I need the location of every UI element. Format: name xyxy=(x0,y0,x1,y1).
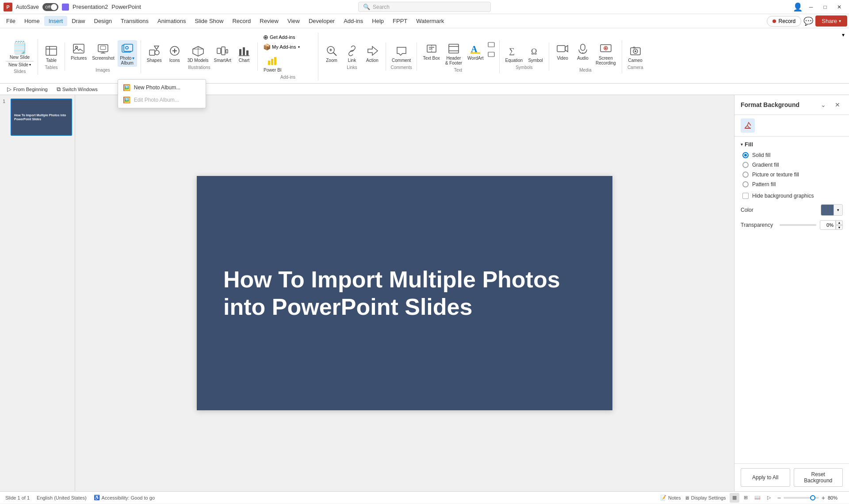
close-button[interactable]: ✕ xyxy=(833,2,845,12)
menu-record[interactable]: Record xyxy=(228,16,255,26)
zoom-button[interactable]: Zoom xyxy=(322,42,341,64)
menu-developer[interactable]: Developer xyxy=(304,16,339,26)
fill-icon-button[interactable] xyxy=(741,118,755,133)
pictures-button[interactable]: Pictures xyxy=(69,40,89,62)
symbol-button[interactable]: Ω Symbol xyxy=(526,42,545,64)
menu-draw[interactable]: Draw xyxy=(67,16,89,26)
icons-button[interactable]: Icons xyxy=(165,42,184,64)
transparency-input[interactable] xyxy=(820,220,836,230)
header-footer-button[interactable]: Header& Footer xyxy=(443,40,464,67)
switch-windows-button[interactable]: ⧉ Switch Windows xyxy=(53,85,101,94)
video-button[interactable]: Video xyxy=(553,40,572,62)
transparency-down-button[interactable]: ▼ xyxy=(836,225,843,230)
menu-transitions[interactable]: Transitions xyxy=(116,16,153,26)
slideshow-view-button[interactable]: ▷ xyxy=(764,493,774,503)
share-button[interactable]: Share ▾ xyxy=(815,15,847,27)
menu-view[interactable]: View xyxy=(283,16,304,26)
photo-album-button[interactable]: Photo ▾ Album 🖼️ New Photo Album... 🖼️ E… xyxy=(118,40,137,67)
autosave-toggle[interactable]: Off xyxy=(42,3,58,11)
chart-button[interactable]: Chart xyxy=(234,42,254,64)
record-button[interactable]: Record xyxy=(767,16,802,27)
shapes-label: Shapes xyxy=(147,58,162,63)
notes-label: Notes xyxy=(668,495,681,500)
slide-canvas[interactable]: How To Import Multiple Photos into Power… xyxy=(197,176,612,410)
ribbon-expand-button[interactable]: ▾ xyxy=(839,30,847,40)
fill-section-header[interactable]: ▾ Fill xyxy=(741,141,843,148)
menu-help[interactable]: Help xyxy=(367,16,388,26)
profile-icon[interactable]: 👤 xyxy=(794,4,801,11)
reading-view-button[interactable]: 📖 xyxy=(753,493,762,503)
smartart-button[interactable]: SmartArt xyxy=(212,42,233,64)
transparency-label: Transparency xyxy=(741,222,776,228)
get-addins-button[interactable]: ⊕ Get Add-ins xyxy=(261,33,314,42)
screenshot-button[interactable]: Screenshot xyxy=(90,40,117,62)
table-button[interactable]: Table xyxy=(42,42,61,64)
text-extra-btn2[interactable] xyxy=(487,50,496,59)
equation-icon: ∑ xyxy=(507,44,521,58)
power-bi-button[interactable]: Power BI xyxy=(261,52,284,74)
edit-album-icon: 🖼️ xyxy=(123,96,130,103)
text-box-button[interactable]: Text Box xyxy=(421,40,442,62)
reset-background-button[interactable]: Reset Background xyxy=(794,468,843,487)
transparency-up-button[interactable]: ▲ xyxy=(836,220,843,225)
menu-file[interactable]: File xyxy=(2,16,20,26)
zoom-out-button[interactable]: − xyxy=(777,494,781,501)
minimize-button[interactable]: ─ xyxy=(805,2,817,12)
edit-photo-album-item[interactable]: 🖼️ Edit Photo Album... xyxy=(118,94,206,106)
display-settings-button[interactable]: 🖥 Display Settings xyxy=(685,495,726,500)
new-slide-dropdown[interactable]: New Slide ▾ xyxy=(6,61,34,68)
zoom-in-button[interactable]: + xyxy=(822,494,825,501)
text-extra-btn1[interactable] xyxy=(487,40,496,49)
screen-recording-button[interactable]: ScreenRecording xyxy=(593,40,618,67)
maximize-button[interactable]: □ xyxy=(819,2,831,12)
apply-to-all-button[interactable]: Apply to All xyxy=(741,468,790,487)
menu-animations[interactable]: Animations xyxy=(153,16,190,26)
menu-slideshow[interactable]: Slide Show xyxy=(190,16,228,26)
notes-button[interactable]: 📝 Notes xyxy=(660,495,681,500)
menu-design[interactable]: Design xyxy=(90,16,116,26)
hide-graphics-checkbox[interactable]: Hide background graphics xyxy=(742,193,843,199)
audio-button[interactable]: Audio xyxy=(573,40,593,62)
menu-watermark[interactable]: Watermark xyxy=(412,16,448,26)
color-chevron-icon[interactable]: ▾ xyxy=(834,205,842,215)
search-box[interactable]: 🔍 Search xyxy=(358,2,491,12)
menu-fppt[interactable]: FPPT xyxy=(388,16,412,26)
action-button[interactable]: Action xyxy=(363,42,382,64)
pattern-fill-radio[interactable]: Pattern fill xyxy=(742,181,843,187)
wordart-button[interactable]: A WordArt xyxy=(465,40,486,62)
cameo-button[interactable]: Cameo xyxy=(626,42,645,64)
symbols-group-label: Symbols xyxy=(516,65,532,71)
shapes-button[interactable]: Shapes xyxy=(145,42,164,64)
picture-texture-fill-radio[interactable]: Picture or texture fill xyxy=(742,172,843,178)
titlebar-left: P AutoSave Off Presentation2 PowerPoint xyxy=(4,3,214,11)
comment-button[interactable]: Comment xyxy=(390,42,413,64)
get-addins-label: Get Add-ins xyxy=(270,34,295,40)
my-addins-button[interactable]: 📦 My Add-ins ▾ xyxy=(261,42,314,51)
slide-thumbnail-1[interactable]: How To Import Multiple Photos into Power… xyxy=(11,99,72,136)
normal-view-button[interactable]: ▦ xyxy=(730,493,739,503)
equation-button[interactable]: ∑ Equation xyxy=(503,42,525,64)
new-photo-album-item[interactable]: 🖼️ New Photo Album... xyxy=(118,81,206,94)
color-picker-button[interactable]: ▾ xyxy=(821,204,843,216)
menu-insert[interactable]: Insert xyxy=(44,16,68,26)
from-beginning-button[interactable]: ▷ From Beginning xyxy=(4,85,51,93)
new-slide-button[interactable]: 🗒️ New Slide New Slide ▾ xyxy=(5,39,34,68)
panel-collapse-button[interactable]: ⌄ xyxy=(818,99,829,110)
menu-home[interactable]: Home xyxy=(20,16,44,26)
accessibility-button[interactable]: ♿ Accessibility: Good to go xyxy=(94,495,155,500)
link-button[interactable]: Link xyxy=(342,42,362,64)
menu-addins[interactable]: Add-ins xyxy=(339,16,367,26)
gradient-fill-radio[interactable]: Gradient fill xyxy=(742,162,843,168)
solid-fill-radio[interactable]: Solid fill xyxy=(742,152,843,158)
new-slide-label: New Slide xyxy=(10,55,30,60)
3d-models-button[interactable]: 3D Models xyxy=(185,42,211,64)
comment-icon[interactable]: 💬 xyxy=(805,18,812,25)
zoom-slider[interactable] xyxy=(784,497,819,499)
menu-review[interactable]: Review xyxy=(255,16,283,26)
picture-fill-label: Picture or texture fill xyxy=(752,172,799,178)
new-slide-top[interactable]: 🗒️ New Slide xyxy=(5,39,34,61)
transparency-slider[interactable] xyxy=(780,224,816,226)
slide-sorter-button[interactable]: ⊞ xyxy=(741,493,751,503)
autosave-knob xyxy=(51,4,57,10)
panel-close-button[interactable]: ✕ xyxy=(832,99,843,110)
